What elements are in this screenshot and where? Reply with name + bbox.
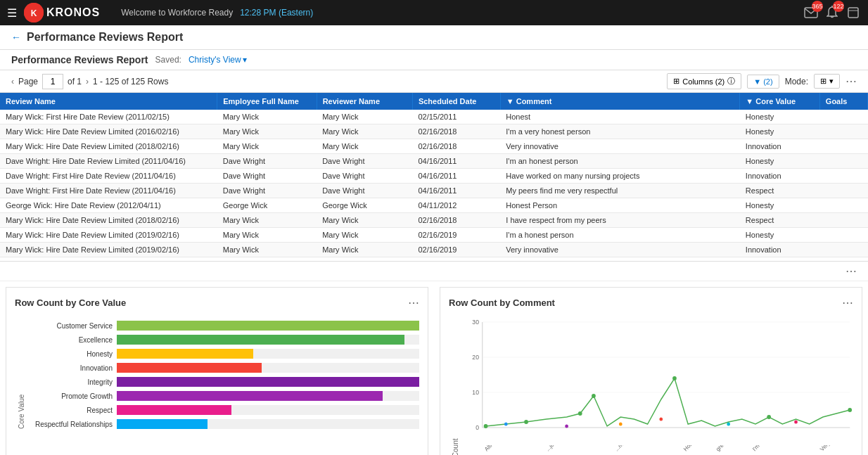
bar-track: [117, 349, 419, 359]
svg-point-15: [484, 424, 488, 428]
table-cell: [819, 213, 867, 228]
line-chart-title-text: Row Count by Comment: [449, 297, 555, 308]
table-cell: I'm a very honest person: [500, 124, 740, 139]
hamburger-icon[interactable]: ☰: [7, 6, 17, 20]
table-cell: Mary Wick: Hire Date Review Limited (201…: [0, 139, 217, 154]
columns-button[interactable]: ⊞ Columns (2) ⓘ: [667, 73, 741, 89]
bar-fill: [117, 321, 419, 331]
next-page-button[interactable]: ›: [86, 77, 89, 86]
table-row[interactable]: Mary Wick: Hire Date Review Limited (201…: [0, 243, 868, 257]
table-cell: Mary Wick: [317, 124, 412, 139]
table-cell: Respect: [740, 213, 820, 228]
more-options-button[interactable]: ⋯: [845, 75, 857, 88]
svg-point-19: [672, 376, 677, 380]
pagination-bar: ‹ Page of 1 › 1 - 125 of 125 Rows ⊞ Colu…: [0, 70, 868, 93]
filter-button[interactable]: ▼ (2): [747, 75, 779, 89]
bar-label: Customer Service: [28, 322, 113, 330]
charts-more-button[interactable]: ⋯: [845, 264, 857, 278]
table-cell: [819, 198, 867, 213]
table-header-row: Review Name Employee Full Name Reviewer …: [0, 93, 868, 110]
table-cell: Mary Wick: Hire Date Review Limited (201…: [0, 243, 217, 257]
table-cell: [819, 243, 867, 257]
mode-chevron: ▾: [829, 77, 834, 86]
svg-point-27: [794, 421, 798, 424]
nav-right: 365 122: [803, 5, 861, 20]
table-cell: [819, 154, 867, 169]
back-button[interactable]: ←: [11, 32, 21, 43]
saved-label: Saved:: [155, 55, 181, 65]
svg-text:20: 20: [472, 354, 479, 361]
table-row[interactable]: Dave Wright: First Hire Date Review (201…: [0, 184, 868, 198]
table-cell: 04/16/2011: [412, 169, 500, 184]
svg-text:10: 10: [472, 389, 479, 396]
email-badge: 365: [812, 1, 823, 12]
svg-point-20: [767, 415, 771, 419]
table-cell: Dave Wright: [317, 184, 412, 198]
table-cell: Innovation: [740, 169, 820, 184]
svg-point-25: [659, 418, 663, 421]
email-icon-button[interactable]: 365: [803, 5, 819, 20]
svg-point-26: [727, 423, 730, 426]
dropdown-icon: ▾: [243, 55, 247, 65]
saved-view-dropdown[interactable]: Christy's View ▾: [189, 55, 247, 65]
mode-icon: ⊞: [820, 77, 826, 86]
svg-point-16: [524, 420, 528, 424]
kronos-logo-icon: K: [24, 3, 44, 23]
user-icon[interactable]: [845, 5, 861, 20]
table-cell: Mary Wick: [217, 110, 317, 124]
line-chart-more-button[interactable]: ⋯: [842, 296, 853, 309]
table-row[interactable]: Dave Wright: First Hire Date Review (201…: [0, 169, 868, 184]
table-cell: Very innovative: [500, 139, 740, 154]
bar-chart-more-button[interactable]: ⋯: [408, 296, 419, 309]
bar-track: [117, 321, 419, 331]
table-row[interactable]: Mary Wick: Hire Date Review Limited (201…: [0, 139, 868, 154]
page-number-input[interactable]: [42, 74, 63, 89]
prev-page-button[interactable]: ‹: [11, 77, 14, 86]
table-cell: Innovation: [740, 243, 820, 257]
table-cell: Innovation: [740, 139, 820, 154]
table-cell: I'm a honest person: [500, 228, 740, 243]
table-row[interactable]: George Wick: Hire Date Review (2012/04/1…: [0, 198, 868, 213]
table-cell: Dave Wright: First Hire Date Review (201…: [0, 169, 217, 184]
table-row[interactable]: Mary Wick: Hire Date Review Limited (201…: [0, 228, 868, 243]
bar-track: [117, 419, 419, 429]
time-display: 12:28 PM (Eastern): [240, 8, 313, 18]
table-cell: 02/16/2019: [412, 243, 500, 257]
col-goals: Goals: [819, 93, 867, 110]
table-cell: Mary Wick: [217, 124, 317, 139]
bar-label: Innovation: [28, 364, 113, 372]
table-row[interactable]: Mary Wick: Hire Date Review Limited (201…: [0, 124, 868, 139]
table-cell: Dave Wright: [217, 154, 317, 169]
table-cell: Dave Wright: First Hire Date Review (201…: [0, 184, 217, 198]
table-cell: [819, 139, 867, 154]
of-label: of 1: [68, 77, 82, 86]
table-cell: Honesty: [740, 110, 820, 124]
svg-point-18: [592, 394, 596, 398]
table-cell: Honesty: [740, 154, 820, 169]
filter-label: ▼ (2): [753, 77, 772, 86]
bar-label: Honesty: [28, 350, 113, 358]
table-row[interactable]: Mary Wick: Hire Date Review Limited (201…: [0, 213, 868, 228]
mode-label: Mode:: [785, 77, 808, 86]
table-cell: Mary Wick: [317, 139, 412, 154]
table-cell: Dave Wright: [217, 169, 317, 184]
table-cell: Mary Wick: [217, 243, 317, 257]
bar-track: [117, 363, 419, 373]
columns-label: Columns (2): [682, 77, 725, 86]
svg-text:K: K: [31, 8, 37, 18]
svg-point-17: [578, 411, 582, 416]
table-row[interactable]: Dave Wright: Hire Date Review Limited (2…: [0, 154, 868, 169]
bar-fill: [117, 419, 208, 429]
table-cell: Mary Wick: [317, 228, 412, 243]
table-cell: Dave Wright: [317, 169, 412, 184]
col-scheduled-date: Scheduled Date: [412, 93, 500, 110]
table-cell: Have worked on many nursing projects: [500, 169, 740, 184]
mode-button[interactable]: ⊞ ▾: [814, 74, 840, 89]
toolbar: Performance Reviews Report Saved: Christ…: [0, 50, 868, 70]
svg-text:0: 0: [476, 424, 479, 431]
col-review-name: Review Name: [0, 93, 217, 110]
table-row[interactable]: Mary Wick: First Hire Date Review (2011/…: [0, 110, 868, 124]
bar-chart-row: Honesty: [28, 349, 419, 359]
notification-icon-button[interactable]: 122: [824, 5, 840, 20]
kronos-logo: K KRONOS: [24, 3, 100, 23]
